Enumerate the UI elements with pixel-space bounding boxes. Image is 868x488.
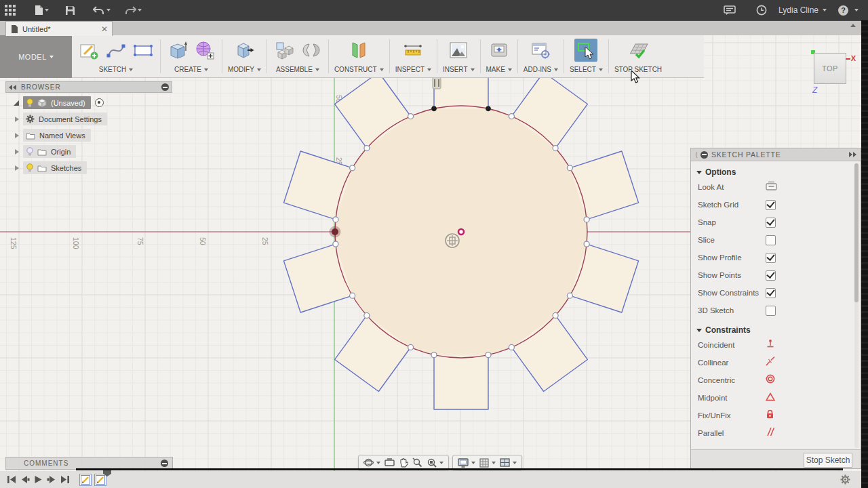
snap-checkbox[interactable] xyxy=(766,218,776,228)
redo-button[interactable] xyxy=(119,0,146,20)
midpoint-constraint-icon[interactable] xyxy=(766,392,775,404)
palette-minimize-icon[interactable] xyxy=(701,151,708,159)
browser-item-named-views[interactable]: Named Views xyxy=(5,129,172,142)
palette-constraint-collinear[interactable]: Collinear xyxy=(691,354,861,371)
workspace-selector[interactable]: MODEL xyxy=(0,35,72,78)
timeline-settings-gear-icon[interactable] xyxy=(840,474,850,485)
stop-sketch-footer-button[interactable]: Stop Sketch xyxy=(804,453,852,468)
viewports-button[interactable] xyxy=(498,458,519,467)
browser-root-row[interactable]: (Unsaved) xyxy=(5,96,172,109)
viewports-caret[interactable] xyxy=(513,462,517,464)
palette-scrollbar-thumb[interactable] xyxy=(854,163,859,302)
browser-item-sketches[interactable]: Sketches xyxy=(5,161,172,174)
grid-caret[interactable] xyxy=(492,462,496,464)
pan-tool-button[interactable] xyxy=(397,458,410,468)
fit-caret[interactable] xyxy=(439,462,443,464)
collapse-tabbar-icon[interactable] xyxy=(850,24,856,27)
root-component-name[interactable]: (Unsaved) xyxy=(51,99,85,107)
palette-constraint-parallel[interactable]: Parallel xyxy=(691,424,861,442)
ribbon-group-label[interactable]: MAKE xyxy=(486,66,512,73)
ribbon-group-label[interactable]: ADD-INS xyxy=(524,66,558,73)
palette-constraint-midpoint[interactable]: Midpoint xyxy=(691,389,861,407)
collinear-constraint-icon[interactable] xyxy=(766,357,775,369)
sketch-grid-checkbox[interactable] xyxy=(766,200,776,210)
new-component-tool[interactable] xyxy=(273,39,296,62)
stop-sketch-button[interactable] xyxy=(627,39,650,62)
expand-triangle-icon[interactable] xyxy=(15,165,19,171)
vertical-constraint-badge[interactable] xyxy=(433,77,441,89)
timeline-go-to-start-button[interactable] xyxy=(7,475,16,484)
sketch-tooth[interactable] xyxy=(434,355,488,409)
app-launcher-icon[interactable] xyxy=(0,0,20,20)
zoom-tool-button[interactable] xyxy=(410,458,425,468)
ribbon-group-label[interactable]: SKETCH xyxy=(99,66,134,73)
browser-item-label[interactable]: Named Views xyxy=(39,131,85,140)
visibility-bulb-icon[interactable] xyxy=(26,98,34,108)
document-tab[interactable]: Untitled* ✕ xyxy=(5,21,113,36)
press-pull-tool[interactable] xyxy=(233,39,256,62)
palette-scrollbar[interactable] xyxy=(854,163,859,448)
ribbon-group-label[interactable]: INSPECT xyxy=(395,66,431,73)
display-settings-button[interactable] xyxy=(456,458,477,468)
browser-item-label[interactable]: Sketches xyxy=(51,164,81,172)
select-tool[interactable] xyxy=(574,39,597,62)
undo-caret[interactable] xyxy=(106,9,111,12)
timeline-track[interactable] xyxy=(76,468,843,470)
fit-view-button[interactable] xyxy=(425,458,446,468)
concentric-constraint-icon[interactable] xyxy=(766,374,775,386)
expand-triangle-icon[interactable] xyxy=(15,117,19,122)
ribbon-group-label[interactable]: CONSTRUCT xyxy=(334,66,384,73)
look-at-button[interactable] xyxy=(382,458,397,467)
collapse-palette-icon[interactable] xyxy=(848,152,856,157)
browser-item-label[interactable]: Document Settings xyxy=(39,115,102,123)
viewcube-face-top[interactable]: TOP xyxy=(814,53,846,84)
origin-indicator-icon[interactable] xyxy=(446,234,459,247)
rectangle-tool[interactable] xyxy=(132,39,155,62)
create-form-tool[interactable] xyxy=(193,39,216,62)
user-name[interactable]: Lydia Cline xyxy=(778,5,818,15)
visibility-bulb-icon[interactable] xyxy=(26,163,34,173)
show-points-checkbox[interactable] xyxy=(766,270,776,281)
timeline-step-forward-button[interactable] xyxy=(47,475,56,484)
timeline-feature-sketch-1[interactable] xyxy=(79,474,92,486)
comments-expand-icon[interactable] xyxy=(161,460,168,467)
timeline-feature-sketch-2[interactable] xyxy=(94,474,106,486)
browser-item-label[interactable]: Origin xyxy=(51,148,71,156)
ribbon-group-label[interactable]: MODIFY xyxy=(228,66,261,73)
display-caret[interactable] xyxy=(471,462,475,464)
ribbon-group-label[interactable]: CREATE xyxy=(174,66,208,73)
circle-center-point[interactable] xyxy=(458,229,464,235)
palette-constraint-coincident[interactable]: Coincident xyxy=(691,336,861,354)
timeline-play-button[interactable] xyxy=(34,475,43,484)
coincident-constraint-icon[interactable] xyxy=(766,339,775,351)
orbit-tool-button[interactable] xyxy=(361,458,382,468)
browser-item-document-settings[interactable]: Document Settings xyxy=(5,113,172,125)
help-menu-caret[interactable] xyxy=(854,9,859,12)
constraints-section-header[interactable]: Constraints xyxy=(696,325,861,335)
orbit-caret[interactable] xyxy=(376,462,380,464)
comments-icon[interactable] xyxy=(719,0,741,20)
show-profile-checkbox[interactable] xyxy=(766,253,776,263)
undo-button[interactable] xyxy=(88,0,115,20)
browser-header[interactable]: BROWSER xyxy=(5,81,172,93)
browser-item-origin[interactable]: Origin xyxy=(5,145,172,158)
joint-tool[interactable] xyxy=(300,39,323,62)
create-sketch-tool[interactable] xyxy=(77,39,100,62)
activate-component-radio[interactable] xyxy=(95,98,104,107)
view-cube[interactable]: TOP X Z xyxy=(811,49,853,91)
save-button[interactable] xyxy=(60,0,80,20)
ribbon-group-label[interactable]: INSERT xyxy=(443,66,475,73)
construct-plane-tool[interactable] xyxy=(347,39,370,62)
redo-caret[interactable] xyxy=(138,9,142,12)
3d-sketch-checkbox[interactable] xyxy=(766,306,776,316)
options-section-header[interactable]: Options xyxy=(696,167,861,177)
look-at-icon[interactable] xyxy=(766,181,778,194)
expand-triangle-icon[interactable] xyxy=(15,149,19,155)
palette-constraint-concentric[interactable]: Concentric xyxy=(691,371,861,389)
show-constraints-checkbox[interactable] xyxy=(766,288,776,298)
notifications-clock-icon[interactable] xyxy=(751,0,772,20)
fixed-sketch-point[interactable] xyxy=(332,228,338,235)
tab-close-icon[interactable]: ✕ xyxy=(101,25,108,33)
slice-checkbox[interactable] xyxy=(766,235,776,245)
make-3d-print-tool[interactable] xyxy=(488,39,511,62)
